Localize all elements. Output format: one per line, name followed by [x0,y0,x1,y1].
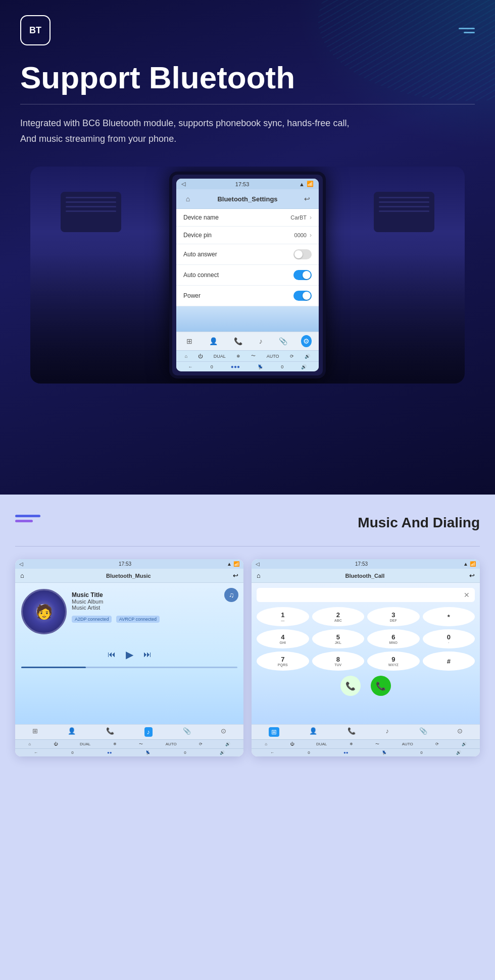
person-nav-icon[interactable]: 👤 [206,336,221,347]
gear-nav-icon[interactable]: ⚙ [301,335,312,347]
fan-icon[interactable]: ⟳ [290,354,294,359]
temp-indicator: ●●● [231,364,240,369]
num-0[interactable]: 0· [423,629,475,648]
d-snow-btn[interactable]: ❄ [350,742,353,746]
menu-button[interactable] [459,28,475,33]
seat-ctrl[interactable]: 💺 [145,750,151,755]
volume-icon[interactable]: 🔊 [305,354,310,359]
d-airflow-btn[interactable]: 〜 [375,741,379,747]
dial-clip-icon[interactable]: 📎 [419,727,427,737]
d-fan-btn[interactable]: ⟳ [435,742,439,746]
back-climate[interactable]: ← [188,364,193,369]
vent-line [379,197,429,198]
num-6[interactable]: 6MNO [367,629,420,648]
numpad: 1— 2ABC 3DEF * 4GHI 5JKL 6MNO 0· 7PQRS 8… [257,607,475,671]
prev-button[interactable]: ⏮ [108,650,116,659]
title-divider [20,104,475,104]
clip-nav-icon[interactable]: 📎 [276,336,290,347]
music-back-icon[interactable]: ↩ [233,572,238,579]
snow-icon[interactable]: ❄ [236,354,240,359]
settings-item-device-name[interactable]: Device name CarBT › [176,209,319,227]
num-1[interactable]: 1— [257,607,309,626]
back-ctrl[interactable]: ← [34,750,38,755]
answer-button[interactable]: 📞 [371,676,391,696]
music-accent-lines [15,515,40,522]
grid-icon-active[interactable]: ⊞ [269,727,279,737]
num-8[interactable]: 8TUV [312,651,365,671]
music-nav-icon[interactable]: ♪ [256,336,266,347]
power-toggle[interactable] [293,291,312,301]
dial-phone-icon[interactable]: 📞 [348,727,356,737]
device-pin-value-row: 0000 › [294,232,312,239]
dial-person-icon[interactable]: 👤 [309,727,317,737]
d-temp-l: 0 [308,750,310,755]
home-btn[interactable]: ⌂ [28,742,31,746]
d-seat-ctrl[interactable]: 💺 [382,750,387,755]
phone-icon[interactable]: 📞 [106,727,114,737]
num-star[interactable]: * [423,607,475,626]
d-vol-btn[interactable]: 🔊 [462,742,467,746]
airflow-icon[interactable]: 〜 [251,353,256,359]
music-back-arrow[interactable]: ◁ [19,561,23,567]
menu-line-1 [459,28,475,29]
power-climate-icon[interactable]: ⏻ [198,354,203,359]
dial-signal-icon: ▲ [463,561,468,567]
num-3[interactable]: 3DEF [367,607,420,626]
vol-ctrl[interactable]: 🔊 [220,750,225,755]
phone-nav-icon[interactable]: 📞 [231,336,245,347]
dial-back-icon[interactable]: ↩ [469,572,475,579]
clip-icon[interactable]: 📎 [183,727,191,737]
dial-input-row: ✕ [257,588,475,602]
auto-connect-toggle[interactable] [293,270,312,280]
num-5[interactable]: 5JKL [312,629,365,648]
music-home-icon[interactable]: ⌂ [20,572,24,579]
dial-home-icon[interactable]: ⌂ [257,572,261,579]
pwr-btn[interactable]: ⏻ [54,742,58,746]
dial-clear-button[interactable]: ✕ [464,591,470,599]
back-arrow[interactable]: ◁ [181,181,185,187]
vent-line [66,197,116,198]
airflow-btn[interactable]: 〜 [139,741,143,747]
settings-item-device-pin[interactable]: Device pin 0000 › [176,227,319,244]
fan-btn[interactable]: ⟳ [199,742,203,746]
call-out-button[interactable]: 📞 [340,676,361,696]
music-section-title: Music And Dialing [358,515,480,531]
d-dual-lbl: DUAL [316,742,327,746]
vent-line [66,210,116,212]
d-pwr-btn[interactable]: ⏻ [290,742,294,746]
num-4[interactable]: 4GHI [257,629,309,648]
grid-icon[interactable]: ⊞ [32,727,38,737]
dial-status-bar: ◁ 17:53 ▲ 📶 [252,559,480,569]
home-climate-icon[interactable]: ⌂ [185,354,187,359]
d-back-ctrl[interactable]: ← [270,750,274,755]
auto-answer-toggle[interactable] [293,249,312,259]
album-art: 🧑 [21,589,67,634]
back-icon[interactable]: ↩ [302,193,313,204]
auto-lbl: AUTO [166,742,177,746]
d-temp-ind: ●● [343,750,349,755]
music-icon-active[interactable]: ♪ [144,727,153,737]
snow-btn[interactable]: ❄ [113,742,117,746]
vol-btn[interactable]: 🔊 [225,742,230,746]
seat-icon[interactable]: 💺 [258,364,263,369]
settings-item-auto-connect: Auto connect [176,265,319,286]
device-pin-value: 0000 [294,232,307,238]
location-icon[interactable]: ⊙ [221,727,226,737]
dial-music-icon[interactable]: ♪ [386,727,389,737]
progress-bar[interactable] [21,667,237,668]
d-home-btn[interactable]: ⌂ [265,742,267,746]
num-hash[interactable]: # [423,651,475,671]
num-9[interactable]: 9WXYZ [367,651,420,671]
vol-right[interactable]: 🔊 [301,364,307,369]
grid-nav-icon[interactable]: ⊞ [183,336,195,347]
num-7[interactable]: 7PQRS [257,651,309,671]
num-2[interactable]: 2ABC [312,607,365,626]
dial-location-icon[interactable]: ⊙ [457,727,463,737]
d-vol-ctrl[interactable]: 🔊 [456,750,461,755]
home-icon[interactable]: ⌂ [182,193,193,204]
temp-r: 0 [184,750,186,755]
person-icon[interactable]: 👤 [68,727,76,737]
next-button[interactable]: ⏭ [143,650,152,659]
dial-back-arrow[interactable]: ◁ [256,561,260,567]
play-button[interactable]: ▶ [126,648,133,661]
